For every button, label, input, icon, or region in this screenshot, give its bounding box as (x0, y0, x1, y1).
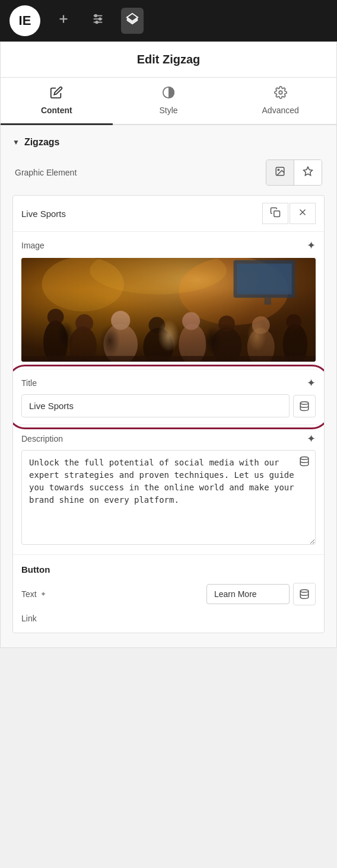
elementor-logo[interactable]: IE (9, 5, 40, 36)
add-element-button[interactable] (52, 8, 75, 34)
tab-content[interactable]: Content (1, 78, 113, 125)
title-db-button[interactable] (293, 395, 316, 417)
button-link-label: Link (21, 614, 37, 623)
style-icon (162, 86, 175, 102)
button-section-title: Button (21, 564, 316, 575)
svg-marker-13 (304, 167, 313, 175)
zigzags-section-header: ▼ Zigzags (12, 137, 325, 148)
layers-button[interactable] (121, 8, 144, 34)
svg-point-12 (278, 169, 279, 170)
remove-item-button[interactable] (290, 203, 316, 224)
tab-style[interactable]: Style (113, 78, 225, 125)
filters-button[interactable] (87, 8, 109, 34)
graphic-element-toggle (266, 159, 322, 186)
image-sparkle-icon[interactable]: ✦ (307, 239, 316, 252)
button-text-input[interactable] (206, 584, 290, 604)
zigzag-card-header: Live Sports (13, 196, 324, 232)
tab-advanced[interactable]: Advanced (224, 78, 336, 125)
graphic-element-label: Graphic Element (15, 168, 77, 177)
text-sparkle-icon: ✦ (40, 590, 46, 598)
logo-text: IE (19, 13, 31, 28)
svg-point-45 (300, 590, 309, 593)
svg-point-44 (300, 457, 309, 460)
pencil-icon (50, 86, 63, 102)
zigzag-item-title: Live Sports (21, 209, 261, 219)
crowd-overlay (21, 258, 316, 362)
image-preview[interactable] (21, 258, 316, 362)
svg-point-7 (96, 21, 98, 24)
button-text-row: Text ✦ (21, 583, 316, 605)
description-sparkle-icon[interactable]: ✦ (307, 432, 316, 445)
image-label: Image (21, 241, 44, 250)
content-area: ▼ Zigzags Graphic Element (1, 125, 336, 647)
panel-tabs: Content Style Advanced (1, 78, 336, 125)
description-textarea-row: Unlock the full potential of social medi… (21, 450, 316, 547)
button-section: Button Text ✦ (13, 555, 324, 633)
description-textarea[interactable]: Unlock the full potential of social medi… (21, 450, 316, 545)
top-toolbar: IE (0, 0, 337, 42)
button-text-label: Text ✦ (21, 589, 46, 599)
button-link-row: Link (21, 614, 316, 623)
title-sparkle-icon[interactable]: ✦ (307, 376, 316, 390)
gear-icon (274, 86, 287, 102)
title-field-section: Title ✦ (13, 369, 324, 425)
svg-point-10 (279, 91, 282, 94)
duplicate-item-button[interactable] (262, 203, 288, 224)
style-tab-label: Style (159, 106, 177, 115)
graphic-element-row: Graphic Element (12, 159, 325, 186)
title-input-row (21, 394, 316, 417)
description-field-label: Description (21, 434, 63, 443)
image-section: Image ✦ (13, 232, 324, 369)
section-title: Zigzags (24, 137, 60, 148)
svg-point-6 (99, 18, 101, 20)
edit-panel: Edit Zigzag Content Style (0, 42, 337, 648)
image-type-button[interactable] (266, 160, 294, 185)
svg-point-5 (95, 15, 97, 17)
advanced-tab-label: Advanced (262, 106, 299, 115)
svg-rect-14 (274, 211, 280, 217)
description-field-section: Description ✦ Unlock the full potential … (13, 425, 324, 555)
icon-type-button[interactable] (294, 160, 322, 185)
description-db-button[interactable] (299, 456, 310, 469)
title-field-header: Title ✦ (21, 376, 316, 390)
section-arrow-icon: ▼ (12, 138, 20, 146)
button-text-db-button[interactable] (293, 583, 316, 605)
card-actions (261, 203, 316, 224)
panel-title: Edit Zigzag (1, 42, 336, 78)
content-tab-label: Content (41, 106, 72, 115)
zigzag-item-card: Live Sports (12, 195, 325, 633)
description-field-header: Description ✦ (21, 432, 316, 445)
title-field-label: Title (21, 378, 37, 388)
svg-point-43 (300, 401, 309, 404)
image-section-header: Image ✦ (21, 239, 316, 252)
title-input[interactable] (21, 394, 290, 417)
button-text-value (206, 583, 316, 605)
